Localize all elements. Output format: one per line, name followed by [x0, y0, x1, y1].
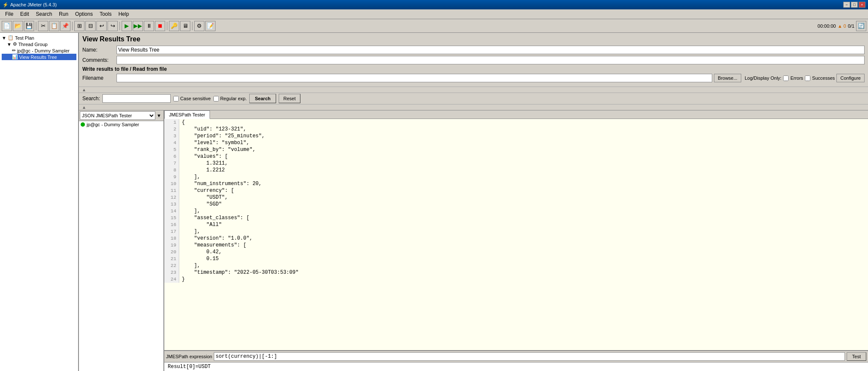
toolbar-run-btn[interactable]: ▶: [122, 21, 132, 31]
line-content-18: "version": "1.0.0",: [179, 235, 253, 242]
menu-search[interactable]: Search: [32, 10, 55, 18]
toolbar-copy-btn[interactable]: 📋: [49, 21, 59, 31]
toolbar-collapse-btn[interactable]: ⊟: [85, 21, 96, 31]
toolbar-log-btn[interactable]: 📝: [205, 21, 216, 31]
tree-item-icon-thread-group: ⚙: [13, 41, 17, 47]
success-indicator: [81, 122, 85, 127]
menu-edit[interactable]: Edit: [17, 10, 32, 18]
toolbar-save-btn[interactable]: 💾: [24, 21, 34, 31]
json-line-5: 5 "rank_by": "volume",: [164, 146, 868, 153]
toolbar-key-btn[interactable]: 🔑: [169, 21, 179, 31]
toolbar-new-btn[interactable]: 📄: [2, 21, 12, 31]
line-number-4: 4: [164, 139, 179, 146]
line-content-23: "timestamp": "2022-05-30T03:53:09": [179, 269, 299, 276]
tree-item-thread-group[interactable]: ▼ ⚙ Thread Group: [2, 41, 76, 47]
tab-jmespath-tester[interactable]: JMESPath Tester: [164, 110, 210, 119]
name-input[interactable]: [117, 46, 865, 54]
toolbar-settings-btn[interactable]: ⚙: [194, 21, 204, 31]
json-content[interactable]: 1{2 "uid": "123-321",3 "period": "25_min…: [164, 119, 868, 350]
maximize-button[interactable]: □: [851, 2, 858, 8]
line-number-17: 17: [164, 228, 179, 235]
line-number-14: 14: [164, 208, 179, 214]
line-number-16: 16: [164, 221, 179, 228]
toolbar-open-btn[interactable]: 📂: [13, 21, 23, 31]
configure-button[interactable]: Configure: [836, 74, 865, 82]
toolbar-stop-btn[interactable]: ⏹: [155, 21, 165, 31]
json-line-23: 23 "timestamp": "2022-05-30T03:53:09": [164, 269, 868, 276]
line-content-12: "USDT",: [179, 194, 228, 201]
json-line-24: 24}: [164, 276, 868, 283]
close-button[interactable]: ×: [859, 2, 865, 8]
toolbar-sep-2: [72, 22, 73, 30]
line-number-1: 1: [164, 119, 179, 126]
successes-checkbox[interactable]: [805, 75, 810, 81]
toolbar-toggle-btn[interactable]: ↩: [96, 21, 107, 31]
menu-file[interactable]: File: [2, 10, 17, 18]
line-content-11: "currency": [: [179, 187, 234, 194]
toolbar-redo-btn[interactable]: ↪: [108, 21, 118, 31]
tree-expand-icon-0: ▼: [2, 35, 6, 41]
toolbar-cut-btn[interactable]: ✂: [38, 21, 48, 31]
reset-button[interactable]: Reset: [279, 94, 300, 103]
results-dropdown-arrow[interactable]: ▼: [155, 113, 163, 118]
jmespath-input[interactable]: [214, 352, 845, 361]
line-content-10: "num_instruments": 20,: [179, 180, 262, 187]
tree-label-dummy: jp@gc - Dummy Sampler: [17, 48, 70, 53]
app-icon: ⚡: [3, 2, 9, 8]
tabs-bar: JMESPath Tester: [164, 110, 868, 119]
tree-item-dummy-sampler[interactable]: ✏ jp@gc - Dummy Sampler: [2, 47, 76, 54]
regular-exp-checkbox[interactable]: [213, 96, 219, 101]
toolbar-warnings: ▲ 0: [838, 23, 846, 29]
title-bar: ⚡ Apache JMeter (5.4.3) − □ ×: [0, 0, 868, 9]
line-content-3: "period": "25_minutes",: [179, 133, 265, 139]
case-sensitive-checkbox[interactable]: [173, 96, 179, 101]
line-number-12: 12: [164, 194, 179, 201]
case-sensitive-text: Case sensitive: [180, 96, 211, 101]
menu-tools[interactable]: Tools: [96, 10, 115, 18]
search-input[interactable]: [102, 94, 171, 103]
toolbar-run-all-btn[interactable]: ▶▶: [133, 21, 143, 31]
filename-input[interactable]: [117, 74, 712, 82]
line-number-10: 10: [164, 180, 179, 187]
minimize-button[interactable]: −: [843, 2, 850, 8]
errors-checkbox[interactable]: [783, 75, 789, 81]
vrt-title: View Results Tree: [82, 35, 865, 43]
comments-input[interactable]: [117, 56, 865, 64]
tree-item-view-results[interactable]: 📊 View Results Tree: [2, 54, 76, 60]
line-number-19: 19: [164, 242, 179, 249]
results-select[interactable]: JSON JMESPath Tester Request Response da…: [80, 111, 155, 120]
title-bar-controls[interactable]: − □ ×: [843, 2, 865, 8]
test-button[interactable]: Test: [847, 352, 866, 361]
toolbar-remote-btn[interactable]: 🖥: [180, 21, 190, 31]
line-content-2: "uid": "123-321",: [179, 126, 246, 133]
comments-label: Comments:: [82, 57, 117, 63]
menu-help[interactable]: Help: [115, 10, 132, 18]
line-content-1: {: [179, 119, 185, 126]
toolbar-refresh-btn[interactable]: 🔄: [856, 21, 866, 31]
tree-item-test-plan[interactable]: ▼ 📋 Test Plan: [2, 35, 76, 41]
main-container: ▼ 📋 Test Plan ▼ ⚙ Thread Group ✏ jp@gc -…: [0, 33, 868, 371]
line-number-23: 23: [164, 269, 179, 276]
tree-item-icon-test-plan: 📋: [8, 35, 14, 41]
json-line-19: 19 "measurements": [: [164, 242, 868, 249]
json-line-13: 13 "SGD": [164, 201, 868, 208]
errors-label: Errors: [790, 75, 803, 81]
menu-run[interactable]: Run: [55, 10, 72, 18]
results-left-panel: JSON JMESPath Tester Request Response da…: [79, 110, 164, 371]
line-number-6: 6: [164, 153, 179, 160]
menu-options[interactable]: Options: [72, 10, 96, 18]
collapse-arrow-bottom[interactable]: ▲: [81, 104, 87, 110]
browse-button[interactable]: Browse...: [714, 74, 741, 82]
tab-jmespath-label: JMESPath Tester: [169, 112, 205, 117]
toolbar-expand-btn[interactable]: ⊞: [74, 21, 84, 31]
collapse-arrow-top[interactable]: ▲: [81, 87, 87, 93]
search-button[interactable]: Search: [249, 94, 276, 103]
toolbar-sep-1: [36, 22, 36, 30]
results-sampler-item[interactable]: jp@gc - Dummy Sampler: [79, 121, 163, 128]
toolbar-paste-btn[interactable]: 📌: [60, 21, 70, 31]
title-bar-left: ⚡ Apache JMeter (5.4.3): [3, 2, 57, 8]
toolbar-pause-btn[interactable]: ⏸: [144, 21, 154, 31]
toolbar-sep-3: [119, 22, 120, 30]
line-number-18: 18: [164, 235, 179, 242]
filename-label: Filename: [82, 75, 117, 81]
